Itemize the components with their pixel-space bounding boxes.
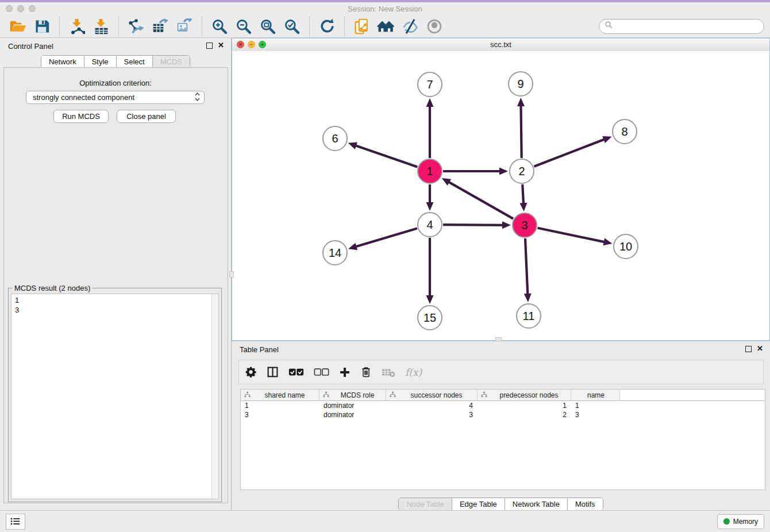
network-view-frame: ✕ − + scc.txt 7968124314101511 — [232, 38, 770, 341]
list-icon — [10, 517, 21, 526]
toolbar-separator — [309, 17, 310, 36]
graph-node-14[interactable]: 14 — [322, 240, 348, 265]
network-minimize-icon[interactable]: − — [248, 41, 255, 48]
task-history-button[interactable] — [6, 514, 25, 530]
graph-node-4[interactable]: 4 — [417, 212, 442, 237]
tab-network[interactable]: Network — [41, 56, 84, 68]
vertical-splitter-handle[interactable] — [229, 271, 234, 277]
attribute-tree-icon — [390, 391, 396, 399]
add-column-icon[interactable] — [339, 367, 351, 378]
tab-motifs[interactable]: Motifs — [568, 498, 603, 510]
select-all-icon[interactable] — [288, 367, 304, 377]
table-cell[interactable]: 4 — [386, 402, 478, 410]
table-panel-title: Table Panel — [240, 345, 279, 354]
window-title: Session: New Session — [0, 5, 770, 13]
criterion-dropdown[interactable]: strongly connected component — [26, 91, 205, 104]
network-canvas[interactable]: 7968124314101511 — [232, 51, 769, 340]
search-box[interactable] — [599, 19, 764, 34]
graph-node-3[interactable]: 3 — [512, 213, 537, 238]
node-table[interactable]: shared nameMCDS rolesuccessor nodesprede… — [240, 389, 765, 490]
table-header-row: shared nameMCDS rolesuccessor nodesprede… — [241, 390, 765, 401]
graph-node-7[interactable]: 7 — [417, 72, 442, 97]
main-toolbar — [0, 15, 770, 38]
clone-network-icon[interactable] — [353, 17, 371, 36]
graph-node-6[interactable]: 6 — [322, 126, 348, 151]
save-session-icon[interactable] — [33, 17, 51, 36]
network-overview-icon[interactable] — [377, 17, 395, 36]
import-table-icon[interactable] — [92, 17, 110, 36]
float-panel-icon[interactable] — [206, 43, 213, 49]
attribute-tree-icon — [244, 391, 251, 399]
table-cell[interactable]: 3 — [386, 411, 478, 419]
criterion-dropdown-value: strongly connected component — [33, 93, 134, 102]
mcds-result-line: 1 — [15, 295, 215, 305]
table-cell[interactable]: 3 — [241, 411, 319, 419]
result-scrollbar[interactable] — [211, 294, 218, 499]
column-header-name[interactable]: name — [571, 390, 620, 400]
column-header-successor-nodes[interactable]: successor nodes — [386, 390, 478, 400]
mcds-result-line: 3 — [15, 305, 215, 315]
refresh-layout-icon[interactable] — [318, 17, 336, 36]
graph-node-1[interactable]: 1 — [417, 159, 442, 184]
open-file-icon[interactable] — [9, 17, 27, 36]
show-graphics-eye-icon[interactable] — [425, 17, 444, 36]
attribute-tree-icon — [323, 391, 329, 399]
function-builder-icon[interactable]: f(x) — [405, 367, 422, 378]
close-panel-button[interactable]: Close panel — [117, 110, 176, 123]
hide-graphics-eye-icon[interactable] — [401, 17, 419, 36]
column-header-MCDS-role[interactable]: MCDS role — [319, 390, 386, 400]
tab-style[interactable]: Style — [84, 56, 117, 68]
column-layout-icon[interactable] — [267, 366, 279, 378]
float-table-panel-icon[interactable] — [745, 346, 752, 352]
tab-mcds[interactable]: MCDS — [153, 56, 190, 68]
table-toolbar: f(x) — [238, 360, 764, 384]
network-close-icon[interactable]: ✕ — [237, 41, 244, 48]
table-cell[interactable]: 1 — [571, 402, 620, 410]
zoom-fit-icon[interactable] — [259, 17, 277, 36]
import-network-icon[interactable] — [68, 17, 86, 36]
graph-node-10[interactable]: 10 — [613, 234, 638, 259]
optimization-criterion-label: Optimization criterion: — [0, 79, 231, 87]
export-image-icon[interactable] — [175, 17, 194, 36]
zoom-out-icon[interactable] — [234, 17, 253, 36]
delete-table-icon[interactable] — [382, 367, 395, 377]
zoom-selected-icon[interactable] — [283, 17, 301, 36]
table-cell[interactable]: dominator — [319, 402, 386, 410]
mcds-result-textarea[interactable]: 13 — [11, 294, 219, 499]
graph-node-15[interactable]: 15 — [417, 305, 442, 330]
graph-node-9[interactable]: 9 — [508, 71, 533, 97]
memory-button[interactable]: Memory — [717, 514, 764, 529]
toolbar-separator — [118, 17, 119, 36]
graph-node-2[interactable]: 2 — [509, 159, 534, 184]
tab-node-table[interactable]: Node Table — [399, 498, 452, 510]
tab-select[interactable]: Select — [117, 56, 153, 68]
search-input[interactable] — [616, 21, 759, 31]
table-cell[interactable]: 1 — [478, 402, 571, 410]
graph-node-8[interactable]: 8 — [612, 119, 637, 144]
control-panel-tabs: NetworkStyleSelectMCDS — [41, 55, 190, 68]
column-header-shared-name[interactable]: shared name — [241, 390, 319, 400]
table-cell[interactable]: dominator — [319, 411, 386, 419]
attribute-tree-icon — [481, 391, 487, 399]
mcds-result-groupbox: MCDS result (2 nodes) 13 — [8, 288, 222, 502]
table-cell[interactable]: 2 — [478, 411, 571, 419]
table-cell[interactable]: 3 — [571, 411, 620, 419]
close-panel-icon[interactable]: ✕ — [218, 42, 224, 49]
column-header-predecessor-nodes[interactable]: predecessor nodes — [478, 390, 571, 400]
export-network-icon[interactable] — [127, 17, 145, 36]
table-row[interactable]: 3dominator323 — [241, 410, 765, 419]
deselect-all-icon[interactable] — [314, 367, 329, 377]
table-cell[interactable]: 1 — [241, 402, 319, 410]
table-row[interactable]: 1dominator411 — [241, 401, 765, 410]
export-table-icon[interactable] — [151, 17, 170, 36]
delete-column-icon[interactable] — [360, 366, 372, 378]
network-maximize-icon[interactable]: + — [259, 41, 266, 48]
graph-node-11[interactable]: 11 — [516, 303, 541, 329]
run-mcds-button[interactable]: Run MCDS — [53, 110, 109, 123]
close-table-panel-icon[interactable]: ✕ — [757, 345, 763, 352]
network-frame-titlebar[interactable]: ✕ − + scc.txt — [232, 38, 769, 52]
tab-network-table[interactable]: Network Table — [505, 498, 568, 510]
settings-gear-icon[interactable] — [245, 366, 257, 378]
zoom-in-icon[interactable] — [210, 17, 229, 36]
tab-edge-table[interactable]: Edge Table — [452, 498, 505, 510]
